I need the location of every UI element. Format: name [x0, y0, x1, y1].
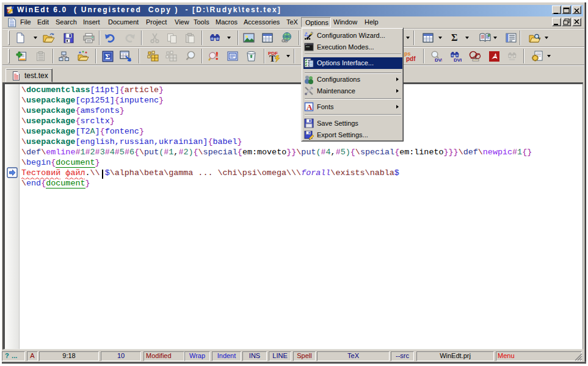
svg-text:Σ: Σ	[451, 33, 457, 43]
svg-text:DVI: DVI	[435, 57, 442, 62]
svg-text:DVI: DVI	[454, 57, 462, 62]
svg-text:T: T	[269, 54, 275, 62]
svg-text:A: A	[307, 102, 313, 112]
svg-text:pdf: pdf	[406, 56, 416, 62]
